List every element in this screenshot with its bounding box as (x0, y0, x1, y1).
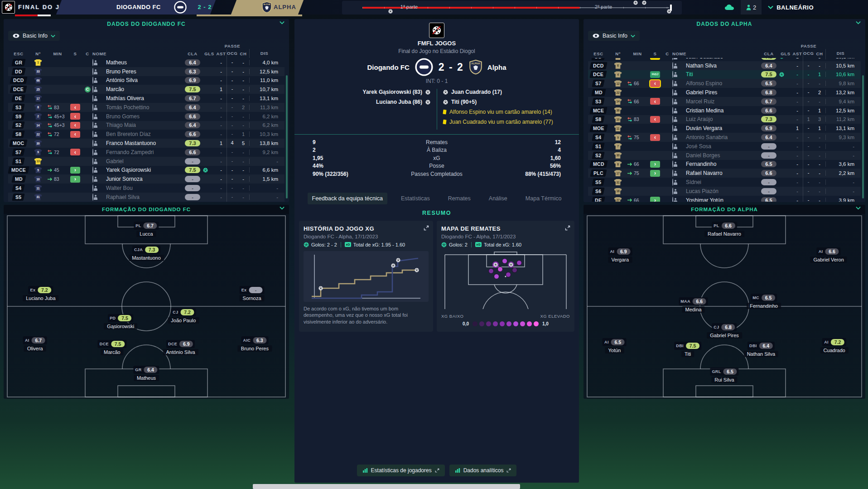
formation-player[interactable]: AIC6.3 Bruno Peres (238, 335, 272, 352)
col-c[interactable]: C (82, 51, 92, 56)
expand-icon[interactable] (565, 225, 570, 231)
formation-player[interactable]: AI6.9 Vergara (608, 247, 632, 263)
player-name[interactable]: Yarek Gąsiorowski (103, 167, 182, 173)
scorer-line[interactable]: Juan Cuadrado (17) (443, 89, 502, 95)
table-scrollbar[interactable] (862, 75, 864, 199)
player-name[interactable]: Ben Brereton Díaz (103, 131, 182, 137)
chevron-down-icon[interactable] (280, 21, 285, 24)
col-ch[interactable]: CH (237, 51, 249, 56)
formation-player[interactable]: DCE7.5 Marcão (98, 339, 126, 355)
expand-icon[interactable] (424, 225, 429, 231)
formation-player[interactable]: Ex- Sornoza (240, 285, 265, 301)
player-name[interactable]: Sídnei (683, 179, 758, 185)
player-name[interactable]: Raphael Silva (103, 194, 182, 200)
formation-player[interactable]: PD7.5 Gąsiorowski (104, 313, 137, 329)
player-name[interactable]: Nathan Silva (683, 63, 758, 69)
player-row[interactable]: S8 22 72 ‹ Ben Brereton Díaz 6.6 - - 1 1… (8, 130, 285, 139)
scorer-line[interactable]: Luciano Juba (86) (376, 99, 430, 105)
player-row[interactable]: S1 7 José Sosa - - - - - (588, 142, 861, 151)
tab-an-lise[interactable]: Análise (484, 193, 512, 204)
player-name[interactable]: Tomás Pochettino (103, 104, 182, 111)
player-name[interactable]: Bruno Peres (103, 68, 182, 75)
player-row[interactable]: DCE 4 HdJ Titi 7.5 - - 1 10,6 km (588, 70, 861, 79)
player-name[interactable]: Fernandinho (683, 161, 758, 167)
attendance-indicator[interactable]: 2 (741, 0, 762, 15)
player-name[interactable]: Thiago Maia (103, 122, 182, 128)
comment-cloud-icon[interactable] (724, 4, 734, 10)
player-name[interactable]: Cristian Medina (683, 107, 758, 114)
player-row[interactable]: DCD 6 Nathan Silva 6.4 - - - 10,5 km (588, 61, 861, 70)
formation-player[interactable]: PL6.6 Rafael Navarro (704, 221, 744, 237)
xg-history-chart[interactable] (304, 251, 429, 302)
analytics-button[interactable]: Dados analíticos (449, 465, 517, 476)
col-c[interactable]: C (662, 51, 672, 56)
player-name[interactable]: Yoshimar Yotún (683, 197, 758, 202)
shot-map[interactable] (441, 251, 570, 309)
col-nome[interactable]: NOME (672, 51, 758, 56)
formation-player[interactable]: DBI6.4 Nathan Silva (744, 341, 778, 357)
table-scrollbar[interactable] (286, 75, 288, 199)
player-name[interactable]: Duván Vergara (683, 125, 758, 131)
chevron-down-icon[interactable] (280, 206, 285, 210)
player-name[interactable]: José Sosa (683, 143, 758, 150)
player-row[interactable]: S2 14 45+3 ‹ Thiago Maia 6.4 - - - 6,2 k… (8, 121, 285, 130)
tab-feedback-da-equipa-t-cnica[interactable]: Feedback da equipa técnica (308, 193, 387, 204)
player-row[interactable]: S4 11 Walter Bou - - - - - (8, 184, 285, 193)
formation-player[interactable]: GR6.4 Matheus (133, 365, 159, 381)
player-name[interactable]: Luiz Araújo (683, 116, 758, 122)
player-name[interactable]: Mathías Olivera (103, 95, 182, 102)
view-selector[interactable]: Basic Info (588, 31, 640, 41)
col-nome[interactable]: NOME (92, 51, 182, 56)
col-gls[interactable]: GLS (203, 51, 216, 56)
formation-player[interactable]: Ex7.2 Luciano Juba (23, 285, 58, 301)
timeline-goal-icon[interactable] (388, 9, 393, 14)
away-team-name[interactable]: Alpha (487, 63, 506, 71)
player-row[interactable]: S9 2 45+3 ‹ Bruno Gomes 6.6 - - - 6,2 km (8, 112, 285, 121)
formation-player[interactable]: AI6.7 Olivera (23, 335, 47, 352)
formation-player[interactable]: GRL6.5 Rui Silva (710, 367, 738, 383)
player-row[interactable]: S3 8 83 ‹ Tomás Pochettino 6.4 - - 2 11,… (8, 103, 285, 112)
col-cla[interactable]: CLA (758, 51, 779, 56)
col-num[interactable]: Nº (609, 51, 627, 56)
formation-player[interactable]: DBI7.5 Titi (674, 341, 701, 357)
col-ch[interactable]: CH (814, 51, 825, 56)
tab-estat-sticas[interactable]: Estatísticas (396, 193, 434, 204)
player-name[interactable]: Matheus (103, 59, 182, 66)
player-row[interactable]: MDCE 5 45 › Yarek Gąsiorowski 7.5 - - - … (8, 166, 285, 175)
player-row[interactable]: DD 23 Juan Cuadrado 7.2 1 1 3 10,1 km (588, 58, 861, 61)
player-row[interactable]: MD 10 83 › Junior Sornoza - - - - 1,5 km (8, 174, 285, 184)
player-row[interactable]: S4 9 75 ‹ Antonio Sanabria 6.4 - - - 9,3… (588, 133, 861, 142)
player-name[interactable]: Alfonso Espino (683, 80, 758, 87)
player-name[interactable]: António Silva (103, 77, 182, 83)
col-ast[interactable]: AST (792, 51, 803, 56)
col-s[interactable]: S (68, 51, 82, 56)
player-row[interactable]: S3 14 66 ‹ Marcel Ruiz 6.7 - - - 9,4 km (588, 97, 861, 106)
player-name[interactable]: Titi (683, 71, 758, 77)
formation-player[interactable]: AI6.6 Gabriel Veron (810, 247, 847, 263)
formation-player[interactable]: PL6.7 Lucca (134, 221, 159, 237)
player-row[interactable]: MOC 30 Franco Mastantuono 7.3 1 4 5 13,8… (8, 139, 285, 148)
player-row[interactable]: PLC 17 75 › Rafael Navarro 6.6 - - - 2,2… (588, 169, 861, 178)
card-line[interactable]: Alfonso Espino viu um cartão amarelo (14… (443, 109, 552, 115)
col-ocg[interactable]: OCG (803, 49, 814, 58)
player-row[interactable]: S5 31 Sídnei - - - - - (588, 178, 861, 187)
formation-player[interactable]: DCE6.9 António Silva (163, 339, 198, 355)
player-row[interactable]: MD 22 Gabriel Pires 6.8 - - 2 13,2 km (588, 88, 861, 97)
player-name[interactable]: Gabriel Pires (683, 89, 758, 96)
col-ast[interactable]: AST (216, 51, 227, 56)
player-name[interactable]: Bruno Gomes (103, 113, 182, 120)
player-row[interactable]: DCD 66 António Silva 6.9 - - - 11,0 km (8, 76, 285, 85)
formation-player[interactable]: MC6.5 Fernandinho (747, 293, 781, 309)
col-cla[interactable]: CLA (182, 51, 203, 56)
player-name[interactable]: Junior Sornoza (103, 176, 182, 182)
scorer-line[interactable]: Yarek Gąsiorowski (83) (363, 89, 430, 95)
card-line[interactable]: Juan Cuadrado viu um cartão amarelo (77) (443, 119, 553, 125)
player-stats-button[interactable]: Estatísticas de jogadores (357, 465, 445, 476)
player-name[interactable]: Antonio Sanabria (683, 134, 758, 140)
col-min[interactable]: MIN (627, 51, 648, 56)
col-s[interactable]: S (648, 51, 662, 56)
player-row[interactable]: S2 30 Daniel Borges - - - - - (588, 151, 861, 160)
formation-player[interactable]: CJA7.3 Mastantuono (129, 245, 164, 261)
col-ocg[interactable]: OCG (227, 49, 237, 58)
player-row[interactable]: DE 27 66 › Yoshimar Yotún 6.5 - - - 3,9 … (588, 196, 861, 202)
